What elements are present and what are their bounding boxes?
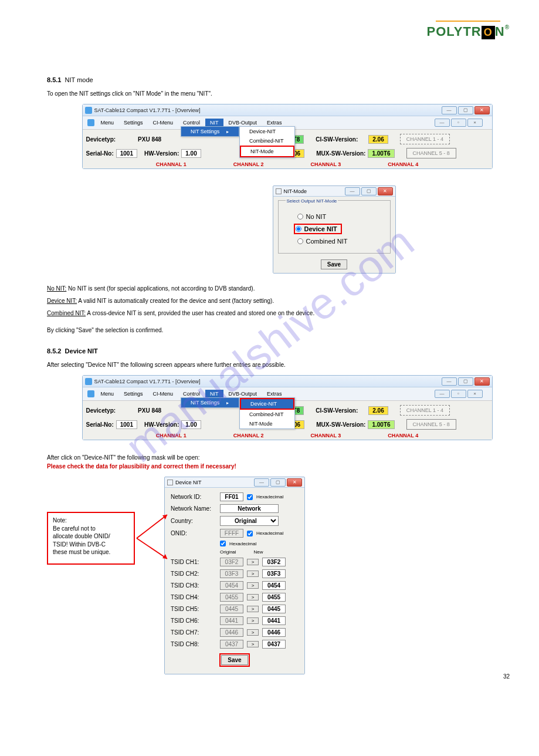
channel-1-4-button[interactable]: CHANNEL 1 - 4 (400, 134, 450, 144)
tsid-orig-5[interactable] (220, 605, 243, 613)
serial-label: Serial-No: (86, 150, 114, 157)
logo-o: O (482, 26, 495, 39)
device-nit-item[interactable]: Device-NIT (240, 127, 294, 136)
tsid-copy-7[interactable]: > (247, 629, 259, 636)
tsid-copy-1[interactable]: > (247, 559, 259, 565)
menu-control-2[interactable]: Control (178, 390, 205, 398)
menu-nit[interactable]: NIT (205, 119, 223, 127)
netid-hex-checkbox[interactable] (247, 494, 253, 500)
tsid-hex-checkbox[interactable] (220, 541, 226, 546)
netid-hex-label: Hexadecimal (256, 494, 283, 500)
tsid-new-7[interactable] (262, 628, 286, 637)
dlg-minimize-button[interactable]: — (345, 187, 360, 195)
radio-combined-nit[interactable]: Combined NIT (297, 238, 383, 245)
tsid-orig-4[interactable] (220, 593, 243, 602)
nit-settings-item[interactable]: NIT Settings (181, 127, 239, 136)
note-l5: these must be unique. (53, 548, 129, 556)
radio-no-nit[interactable]: No NIT (297, 213, 383, 220)
sub-close-button[interactable]: × (467, 119, 483, 127)
device-nit-titlebar: Device NIT — ▢ ✕ (165, 477, 304, 488)
menu-extras-2[interactable]: Extras (262, 390, 287, 398)
menu-cimenu[interactable]: CI-Menu (148, 119, 178, 127)
maximize-button-2[interactable]: ▢ (458, 377, 473, 386)
no-nit-radio[interactable] (297, 214, 303, 220)
maximize-button[interactable]: ▢ (458, 106, 473, 114)
tsid-copy-3[interactable]: > (247, 582, 259, 589)
minimize-button[interactable]: — (442, 106, 457, 114)
save-button[interactable]: Save (321, 259, 347, 269)
dn-maximize-button[interactable]: ▢ (270, 478, 286, 487)
dlg-close-button[interactable]: ✕ (378, 187, 393, 195)
tsid-copy-5[interactable]: > (247, 606, 259, 612)
tsid-new-6[interactable] (262, 616, 286, 625)
sub-restore-button-2[interactable]: ▫ (451, 390, 466, 398)
mux-sw-value: 1.00T6 (368, 149, 394, 158)
devicetyp-value-2: PXU 848 (138, 407, 161, 414)
channel-2-label: CHANNAL 2 (233, 161, 264, 167)
def-no-nit-u: No NIT: (47, 285, 66, 292)
nit-mode-item[interactable]: NIT-Mode (240, 146, 294, 157)
note-l4: TSID! Within DVB-C (53, 541, 129, 549)
nit-mode-item-2[interactable]: NIT-Mode (240, 419, 294, 428)
menu-menu-2[interactable]: Menu (96, 390, 119, 398)
menu-menu[interactable]: Menu (96, 119, 119, 127)
note-l1: Note: (53, 517, 129, 525)
tsid-new-2[interactable] (262, 569, 286, 578)
dn-close-button[interactable]: ✕ (287, 478, 302, 487)
sub-minimize-button-2[interactable]: — (435, 390, 450, 398)
sub-minimize-button[interactable]: — (435, 119, 450, 127)
channel-5-8-button[interactable]: CHANNEL 5 - 8 (406, 148, 456, 158)
device-nit-save-button[interactable]: Save (221, 655, 248, 665)
network-name-input[interactable] (220, 504, 279, 513)
menu-icon-2 (87, 390, 94, 397)
menu-settings-2[interactable]: Settings (119, 390, 148, 398)
menu-dvb-output-2[interactable]: DVB-Output (224, 390, 262, 398)
tsid-copy-6[interactable]: > (247, 617, 259, 624)
tsid-orig-7[interactable] (220, 628, 243, 637)
tsid-copy-4[interactable]: > (247, 594, 259, 600)
hwv-value-2: 1.00 (181, 420, 201, 429)
menu-control[interactable]: Control (178, 119, 205, 127)
sub-close-button-2[interactable]: × (467, 390, 483, 398)
tsid-orig-6[interactable] (220, 616, 243, 625)
titlebar: SAT-Cable12 Compact V1.7.7T1 - [Overview… (83, 104, 492, 116)
channel-2-label-2: CHANNAL 2 (233, 433, 264, 438)
menu-dvb-output[interactable]: DVB-Output (224, 119, 262, 127)
onid-hex-checkbox[interactable] (247, 531, 253, 536)
tsid-copy-2[interactable]: > (247, 571, 259, 577)
device-nit-item-2[interactable]: Device-NIT (240, 398, 294, 410)
onid-input[interactable] (220, 529, 243, 538)
tsid-new-8[interactable] (262, 640, 286, 649)
radio-device-nit[interactable]: Device NIT (294, 224, 342, 234)
devicetyp-label-2: Devicetyp: (86, 407, 116, 414)
tsid-new-5[interactable] (262, 605, 286, 613)
dlg-maximize-button[interactable]: ▢ (361, 187, 377, 195)
tsid-orig-3[interactable] (220, 581, 243, 590)
dn-minimize-button[interactable]: — (254, 478, 269, 487)
menu-extras[interactable]: Extras (262, 119, 287, 127)
combined-nit-radio[interactable] (297, 238, 303, 244)
tsid-new-4[interactable] (262, 593, 286, 602)
network-id-input[interactable] (220, 492, 243, 501)
menu-settings[interactable]: Settings (119, 119, 148, 127)
close-button-2[interactable]: ✕ (474, 377, 490, 386)
tsid-orig-1[interactable] (220, 558, 243, 566)
tsid-orig-2[interactable] (220, 569, 243, 578)
tsid-orig-8[interactable] (220, 640, 243, 649)
minimize-button-2[interactable]: — (442, 377, 457, 386)
combined-nit-item[interactable]: Combined-NIT (240, 136, 294, 146)
devicetyp-value: PXU 848 (138, 136, 161, 143)
menu-cimenu-2[interactable]: CI-Menu (148, 390, 178, 398)
country-select[interactable]: Original (220, 516, 279, 526)
combined-nit-item-2[interactable]: Combined-NIT (240, 410, 294, 419)
close-button[interactable]: ✕ (474, 106, 490, 114)
tsid-copy-8[interactable]: > (247, 641, 259, 647)
sub-restore-button[interactable]: ▫ (451, 119, 466, 127)
tsid-new-1[interactable] (262, 558, 286, 566)
tsid-new-3[interactable] (262, 581, 286, 590)
device-nit-radio[interactable] (296, 226, 301, 232)
channel-1-4-button-2[interactable]: CHANNEL 1 - 4 (400, 405, 450, 416)
channel-5-8-button-2[interactable]: CHANNEL 5 - 8 (406, 419, 456, 430)
menu-nit-2[interactable]: NIT (205, 390, 223, 398)
nit-settings-item-2[interactable]: NIT Settings (181, 398, 239, 407)
